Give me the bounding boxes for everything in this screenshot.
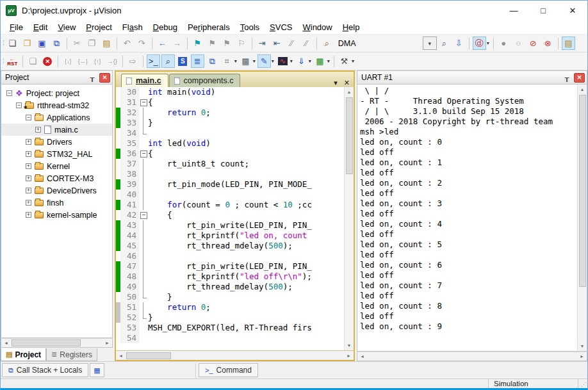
stop-icon[interactable]: ✕ [41,54,54,68]
collapse-icon[interactable]: − [16,102,22,108]
navigate-back-icon[interactable]: ← [156,37,169,50]
panel-tab-project[interactable]: ▤Project [1,348,46,361]
editor-tab-components-c[interactable]: components.c [169,74,241,87]
tab-command[interactable]: >_ Command [199,363,258,377]
toolbar-grip[interactable]: ⁞ [3,40,3,47]
next-bookmark-icon[interactable]: ⚑ [206,37,219,50]
scroll-up-icon[interactable]: ▲ [578,85,587,94]
tree-item-drivers[interactable]: +Drivers [1,136,112,148]
project-tree[interactable]: −❖Project: project−rtthread-stm32−Applic… [1,85,113,338]
dropdown-caret-icon[interactable]: ▾ [234,58,237,64]
memory-windows-icon[interactable]: ▦ [239,54,252,68]
comment-icon[interactable]: ∕∕ [285,37,298,50]
tree-item-kernel-sample[interactable]: +kernel-sample [1,209,112,221]
menu-edit[interactable]: Edit [28,21,53,33]
paste-icon[interactable]: ▤ [100,37,113,50]
step-over-icon[interactable]: {→} [76,54,90,68]
expand-icon[interactable]: + [26,188,31,193]
uncomment-icon[interactable]: ∕∕ [300,37,313,50]
trace-windows-icon[interactable]: ⌗ [220,54,234,68]
save-all-icon[interactable]: ⧉ [50,37,63,50]
user-tools-icon[interactable]: ⚒ [338,54,351,68]
expand-icon[interactable]: + [26,163,31,169]
menu-peripherals[interactable]: Peripherals [183,21,235,33]
prev-bookmark-icon[interactable]: ⚑ [220,37,234,50]
menu-svcs[interactable]: SVCS [265,21,297,33]
disassembly-window-icon[interactable]: ⌕ [161,54,175,68]
project-window-toggle-icon[interactable]: ▤ [562,37,575,50]
resize-grip[interactable]: ⋰ [578,379,587,388]
clear-bookmarks-icon[interactable]: ⚐ [235,37,249,50]
panel-tab-registers[interactable]: ≣Registers [46,348,97,361]
toggle-breakpoint-icon[interactable]: ○ [512,37,525,50]
run-to-line-icon[interactable]: ⇨ [126,54,140,68]
expand-icon[interactable]: + [26,212,31,218]
menu-project[interactable]: Project [81,21,117,33]
incremental-find-icon[interactable]: ⇩ [452,37,466,50]
find-text-value[interactable]: DMA [334,39,423,48]
menu-debug[interactable]: Debug [148,21,183,33]
expand-icon[interactable]: + [26,151,31,157]
dropdown-caret-icon[interactable]: ▾ [290,58,293,64]
dropdown-caret-icon[interactable]: ▾ [487,40,489,46]
dropdown-caret-icon[interactable]: ▾ [272,58,274,64]
scroll-down-icon[interactable]: ▼ [345,341,354,350]
menu-file[interactable]: File [4,21,28,33]
reset-icon[interactable]: ←RST [6,54,19,68]
scroll-left-icon[interactable]: ◄ [1,339,11,347]
code-editor[interactable]: 30int main(void)31{32 return 0;33}3435in… [116,87,344,350]
new-file-icon[interactable]: ❏ [6,37,19,50]
find-in-files-icon[interactable]: ⌕ [320,37,334,50]
minimize-button[interactable]: — [499,1,528,20]
collapse-icon[interactable]: − [6,90,12,96]
menu-window[interactable]: Window [297,21,337,33]
editor-tab-main-c[interactable]: main.c [121,74,168,87]
find-text-combo[interactable]: DMA▾ [334,37,437,50]
maximize-button[interactable]: □ [528,1,558,20]
fold-collapse-icon[interactable] [140,97,148,108]
copy-icon[interactable]: ❐ [85,37,99,50]
scrollbar-thumb[interactable] [579,95,586,287]
scroll-down-icon[interactable]: ▼ [578,341,587,351]
expand-icon[interactable]: + [26,200,31,206]
tab-call-stack-locals[interactable]: ⧉ Call Stack + Locals [2,363,88,377]
uart-console[interactable]: \ | / - RT - Thread Operating System / |… [357,85,577,351]
tree-item-finsh[interactable]: +finsh [1,197,112,209]
expand-icon[interactable]: + [26,175,31,181]
expand-icon[interactable]: + [26,139,31,145]
scroll-right-icon[interactable]: ► [344,351,354,360]
tree-item-stm32-hal[interactable]: +STM32_HAL [1,148,112,160]
analysis-windows-icon[interactable]: ⧉ [206,54,219,68]
run-to-cursor-icon[interactable]: →{} [106,54,119,68]
unindent-icon[interactable]: ⇤ [270,37,284,50]
editor-hscrollbar[interactable]: ◄ ► [116,350,354,360]
toolbox-icon[interactable]: ▦ [313,54,327,68]
tree-item-cortex-m3[interactable]: +CORTEX-M3 [1,172,112,184]
dropdown-caret-icon[interactable]: ▾ [327,58,330,64]
collapse-icon[interactable]: − [26,115,31,120]
symbols-window-icon[interactable]: S [176,54,190,68]
menu-help[interactable]: Help [338,21,365,33]
tree-item-rtthread-stm32[interactable]: −rtthread-stm32 [1,99,112,111]
menu-flash[interactable]: Flash [117,21,148,33]
tree-item-main-c[interactable]: +main.c [1,124,112,136]
kill-all-breakpoints-icon[interactable]: ⊗ [541,37,555,50]
tree-item-project-project[interactable]: −❖Project: project [1,87,112,99]
step-out-icon[interactable]: {↑} [91,54,104,68]
uart-hscrollbar[interactable]: ◄ ► [357,352,587,361]
update-windows-icon[interactable]: ❏ [26,54,40,68]
system-viewer-icon[interactable]: ⇓ [295,54,308,68]
project-hscrollbar[interactable]: ◄ ► [1,338,113,348]
editor-vscrollbar[interactable]: ▲ ▼ [344,87,354,350]
dropdown-caret-icon[interactable]: ▾ [352,58,354,64]
document-list-icon[interactable]: ▾ [334,79,338,87]
undo-icon[interactable]: ↶ [120,37,134,50]
uart-vscrollbar[interactable]: ▲ ▼ [577,85,587,351]
scroll-right-icon[interactable]: ► [577,352,587,361]
watch-windows-icon[interactable]: ✎ [257,54,271,68]
scrollbar-thumb[interactable] [126,352,171,359]
serial-windows-icon[interactable]: ≣ [191,54,204,68]
open-file-icon[interactable]: ❒ [20,37,34,50]
tree-item-devicedrivers[interactable]: +DeviceDrivers [1,184,112,197]
fold-collapse-icon[interactable] [140,210,148,220]
